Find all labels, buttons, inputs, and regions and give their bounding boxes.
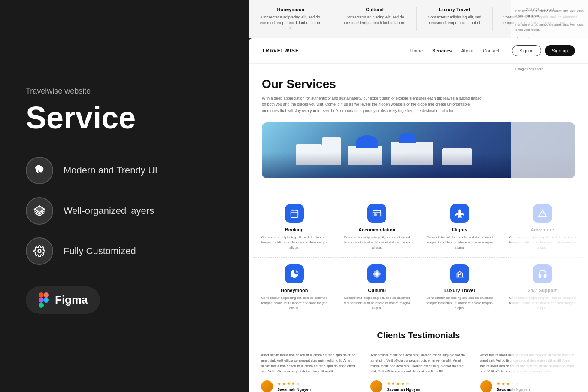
feature-well-organized: Well-organized layers: [26, 197, 223, 225]
svg-rect-5: [39, 303, 44, 308]
testimonial-footer-2: ★ ★ ★ ★ ★ Savannah Nguyen: [370, 380, 466, 392]
feature-customized-label: Fully Customized: [64, 246, 136, 257]
svg-point-13: [296, 271, 297, 272]
svg-point-14: [297, 272, 298, 273]
left-subtitle: Travelwise website: [26, 87, 223, 96]
testimonial-name-2: Savannah Nguyen: [387, 387, 420, 392]
star-1-1: ★: [277, 381, 281, 386]
figma-logo-icon: [38, 292, 50, 308]
side-google-play[interactable]: Google Play Store: [515, 67, 584, 71]
gear-icon: [33, 245, 45, 257]
accommodation-name: Accommodation: [341, 227, 413, 232]
dome-1: [356, 135, 378, 148]
service-card-honeymoon: Honeymoon Consectetur adipiscing elit, s…: [253, 258, 336, 318]
svg-rect-11: [375, 214, 377, 216]
star-2-4: ★: [401, 381, 405, 386]
star-2-1: ★: [387, 381, 391, 386]
top-card-cultural-text: Consectetur adipiscing elit, sed do eius…: [342, 15, 408, 31]
flights-desc: Consectetur adipiscing elit, sed do eius…: [424, 235, 496, 250]
figma-label: Figma: [55, 293, 88, 307]
cultural-icon-wrap: [367, 264, 386, 283]
nav-link-contact[interactable]: Contact: [483, 48, 499, 53]
svg-point-22: [375, 275, 376, 277]
star-2-3: ★: [396, 381, 400, 386]
booking-name: Booking: [258, 227, 330, 232]
feature-modern-label: Modern and Trendy UI: [64, 165, 158, 176]
flame-icon-circle: [26, 157, 53, 184]
testimonial-text-2: Amet minim mollit non deserunt ullamco e…: [370, 352, 466, 374]
plane-icon: [455, 209, 464, 218]
service-card-flights: Flights Consectetur adipiscing elit, sed…: [418, 197, 501, 258]
star-3-2: ★: [501, 381, 505, 386]
star-1-3: ★: [287, 381, 291, 386]
testimonial-card-2: Amet minim mollit non deserunt ullamco e…: [367, 349, 470, 392]
feature-modern-trendy: Modern and Trendy UI: [26, 157, 223, 184]
figma-badge: Figma: [26, 286, 100, 314]
honeymoon-icon-wrap: [285, 264, 304, 283]
svg-point-23: [378, 275, 379, 277]
luxury-icon-wrap: [450, 264, 469, 283]
feature-fully-customized: Fully Customized: [26, 237, 223, 265]
testimonial-name-1: Savannah Nguyen: [277, 387, 311, 392]
layers-icon-circle: [26, 197, 53, 225]
testimonial-avatar-1: [261, 380, 273, 392]
accommodation-desc: Consectetur adipiscing elit, sed do eius…: [341, 235, 413, 250]
flame-icon: [33, 164, 45, 176]
svg-point-1: [38, 249, 41, 252]
booking-desc: Consectetur adipiscing elit, sed do eius…: [258, 235, 330, 250]
cultural-desc: Consectetur adipiscing elit, sed do eius…: [341, 295, 413, 311]
testimonial-card-1: Amet minim mollit non deserunt ullamco e…: [258, 349, 360, 392]
star-2-2: ★: [391, 381, 395, 386]
svg-rect-25: [459, 273, 461, 274]
service-card-luxury: Luxury Travel Consectetur adipiscing eli…: [418, 258, 501, 318]
nav-link-home[interactable]: Home: [410, 48, 423, 53]
stars-1: ★ ★ ★ ★ ★: [277, 381, 311, 386]
flower-icon: [372, 269, 382, 279]
left-panel: Travelwise website Service Modern and Tr…: [0, 0, 249, 392]
signin-button[interactable]: Sign in: [512, 45, 541, 56]
svg-rect-3: [44, 292, 49, 298]
dome-2: [399, 133, 416, 143]
svg-point-20: [375, 271, 376, 273]
calendar-icon: [290, 209, 299, 218]
navbar: TRAVELWISE Home Services About Contact S…: [249, 38, 588, 64]
flights-name: Flights: [424, 227, 496, 232]
nav-link-about[interactable]: About: [461, 48, 473, 53]
testimonial-footer-1: ★ ★ ★ ★ ★ Savannah Nguyen: [261, 380, 357, 392]
top-card-luxury-title: Luxury Travel: [425, 7, 483, 12]
top-card-honeymoon: Honeymoon Consectetur adipiscing elit, s…: [249, 7, 333, 31]
nav-logo: TRAVELWISE: [262, 48, 299, 54]
luxury-name: Luxury Travel: [424, 288, 496, 293]
moon-icon: [290, 269, 299, 279]
svg-rect-24: [458, 274, 461, 277]
service-card-booking: Booking Consectetur adipiscing elit, sed…: [253, 197, 336, 258]
star-3-1: ★: [497, 381, 500, 386]
honeymoon-name: Honeymoon: [258, 288, 330, 293]
services-subtitle: With a deep appreciation for authenticit…: [262, 95, 485, 114]
cultural-name: Cultural: [341, 288, 413, 293]
top-card-cultural: Cultural Consectetur adipiscing elit, se…: [333, 7, 417, 31]
signup-button[interactable]: Sign up: [545, 45, 575, 56]
svg-rect-7: [291, 210, 298, 218]
booking-icon-wrap: [285, 204, 304, 223]
top-card-luxury: Luxury Travel Consectetur adipiscing eli…: [417, 7, 492, 31]
honeymoon-desc: Consectetur adipiscing elit, sed do eius…: [258, 295, 330, 311]
star-1-2: ★: [282, 381, 286, 386]
stars-2: ★ ★ ★ ★ ★: [387, 381, 420, 386]
top-card-luxury-text: Consectetur adipiscing elit, sed do eius…: [425, 15, 483, 25]
side-panel: non deserunt ullamco do amet sint. Velit…: [511, 38, 588, 392]
service-card-cultural: Cultural Consectetur adipiscing elit, se…: [336, 258, 419, 318]
star-1-4: ★: [291, 381, 295, 386]
svg-point-21: [378, 271, 379, 273]
svg-rect-2: [39, 292, 44, 298]
bed-icon: [372, 209, 382, 218]
svg-rect-4: [39, 298, 44, 303]
nav-links: Home Services About Contact: [410, 48, 499, 53]
right-panel: Honeymoon Consectetur adipiscing elit, s…: [249, 0, 588, 392]
testimonial-avatar-2: [370, 380, 382, 392]
luxury-desc: Consectetur adipiscing elit, sed do eius…: [424, 295, 496, 311]
star-2-5: ★: [406, 381, 409, 386]
nav-link-services[interactable]: Services: [432, 48, 452, 53]
star-3-3: ★: [506, 381, 510, 386]
top-card-cultural-title: Cultural: [342, 7, 408, 12]
